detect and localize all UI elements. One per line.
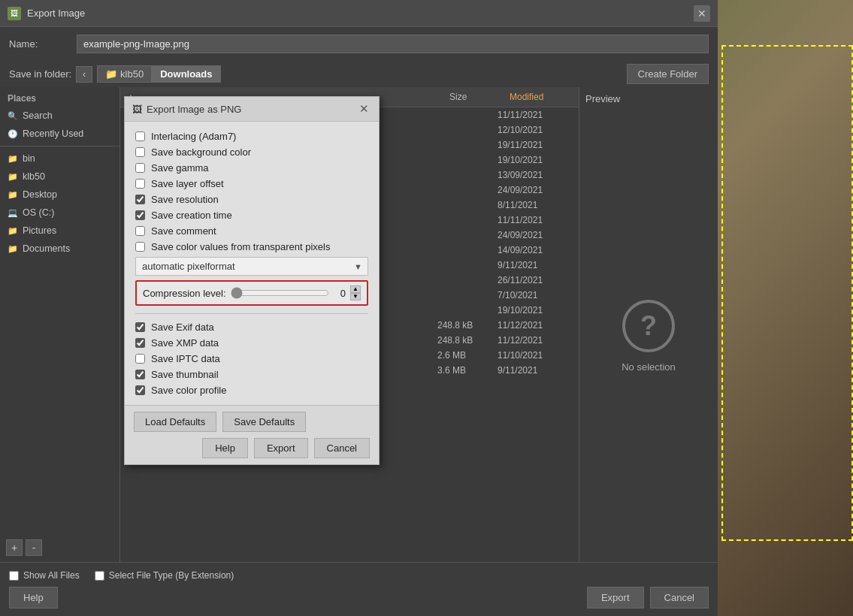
save-iptc-checkbox[interactable] [135,354,145,364]
save-background-color-option[interactable]: Save background color [135,146,368,158]
sidebar-item-pictures[interactable]: 📁 Pictures [0,222,119,240]
sidebar-klb50-label: klb50 [23,171,45,182]
sidebar-recently-used-label: Recently Used [23,128,83,139]
show-all-files-input[interactable] [9,571,19,581]
sidebar-item-klb50[interactable]: 📁 klb50 [0,168,119,186]
pictures-icon: 📁 [8,226,18,236]
pixelformat-dropdown[interactable]: automatic pixelformat [135,257,368,276]
save-color-transparent-label: Save color values from transparent pixel… [151,241,330,252]
save-creation-time-checkbox[interactable] [135,210,145,220]
png-export-button[interactable]: Export [254,438,308,458]
save-thumbnail-label: Save thumbnail [151,369,219,380]
save-creation-time-label: Save creation time [151,210,232,221]
save-resolution-checkbox[interactable] [135,195,145,204]
save-layer-offset-checkbox[interactable] [135,179,145,189]
bottom-checkboxes: Show All Files Select File Type (By Exte… [9,570,709,581]
documents-icon: 📁 [8,244,18,254]
main-help-button[interactable]: Help [9,587,58,608]
compression-label: Compression level: [143,288,226,299]
save-background-color-checkbox[interactable] [135,147,145,157]
show-all-files-checkbox[interactable]: Show All Files [9,570,80,581]
sidebar-search-label: Search [23,110,53,121]
png-title-icon: 🖼 [132,104,142,115]
save-color-transparent-checkbox[interactable] [135,242,145,252]
save-iptc-label: Save IPTC data [151,353,220,364]
folder-nav-back-button[interactable]: ‹ [76,66,92,83]
filename-input[interactable] [77,35,709,53]
sidebar-item-desktop[interactable]: 📁 Desktop [0,186,119,204]
main-dialog-close-button[interactable]: ✕ [694,5,710,22]
main-dialog-titlebar: 🖼 Export Image ✕ [0,0,718,27]
png-dialog-close-button[interactable]: ✕ [356,101,371,116]
compression-slider[interactable] [231,287,329,299]
breadcrumb-klb50[interactable]: 📁klb50 [97,65,152,83]
select-file-type-input[interactable] [95,571,104,581]
png-cancel-button[interactable]: Cancel [314,438,370,458]
save-iptc-option[interactable]: Save IPTC data [135,353,368,364]
save-exif-option[interactable]: Save Exif data [135,322,368,333]
sidebar-item-recently-used[interactable]: 🕐 Recently Used [0,125,119,143]
save-gamma-checkbox[interactable] [135,163,145,173]
select-file-type-checkbox[interactable]: Select File Type (By Extension) [95,570,234,581]
interlacing-option[interactable]: Interlacing (Adam7) [135,131,368,142]
sidebar: Places 🔍 Search 🕐 Recently Used 📁 bin 📁 … [0,87,120,562]
png-dialog-title-text: Export Image as PNG [147,104,241,115]
save-gamma-option[interactable]: Save gamma [135,162,368,174]
load-defaults-button[interactable]: Load Defaults [134,412,216,432]
save-comment-option[interactable]: Save comment [135,225,368,237]
save-defaults-button[interactable]: Save Defaults [222,412,306,432]
save-xmp-label: Save XMP data [151,337,219,349]
sidebar-item-os-c[interactable]: 💻 OS (C:) [0,204,119,222]
sidebar-bottom-buttons: + - [0,533,119,562]
compression-row: Compression level: 0 ▲ ▼ [135,280,368,306]
show-all-files-label: Show All Files [23,570,80,581]
preview-icon-area: ? No selection [622,110,676,562]
column-header-size[interactable]: Size [443,90,504,104]
os-c-icon: 💻 [8,208,18,218]
save-xmp-option[interactable]: Save XMP data [135,337,368,349]
save-gamma-label: Save gamma [151,162,209,174]
column-header-modified[interactable]: Modified [504,90,579,104]
pixelformat-dropdown-wrapper: automatic pixelformat ▼ [135,257,368,276]
sidebar-item-bin[interactable]: 📁 bin [0,149,119,168]
select-file-type-label: Select File Type (By Extension) [109,570,234,581]
dashed-border [721,45,853,541]
save-resolution-option[interactable]: Save resolution [135,194,368,205]
save-color-profile-checkbox[interactable] [135,385,145,395]
sidebar-item-search[interactable]: 🔍 Search [0,107,119,125]
save-layer-offset-option[interactable]: Save layer offset [135,178,368,189]
png-footer-buttons-top: Load Defaults Save Defaults [134,412,370,432]
png-help-button[interactable]: Help [202,438,248,458]
save-color-profile-label: Save color profile [151,385,226,396]
breadcrumb-downloads[interactable]: Downloads [152,65,220,83]
folder-row: Save in folder: ‹ 📁klb50 Downloads Creat… [0,61,718,87]
name-label: Name: [9,38,69,50]
save-exif-checkbox[interactable] [135,322,145,332]
sidebar-divider-1 [0,146,119,146]
sidebar-add-button[interactable]: + [6,539,23,556]
sidebar-item-documents[interactable]: 📁 Documents [0,240,119,258]
save-color-transparent-option[interactable]: Save color values from transparent pixel… [135,241,368,252]
main-cancel-button[interactable]: Cancel [650,587,709,608]
save-comment-label: Save comment [151,225,216,237]
main-export-button[interactable]: Export [587,587,644,608]
save-thumbnail-checkbox[interactable] [135,370,145,379]
sidebar-documents-label: Documents [23,243,70,254]
places-label: Places [0,87,119,107]
name-row: Name: [0,27,718,61]
interlacing-checkbox[interactable] [135,131,145,141]
preview-area: Preview ? No selection [579,87,718,562]
compression-up-button[interactable]: ▲ [350,285,361,293]
save-creation-time-option[interactable]: Save creation time [135,210,368,221]
save-thumbnail-option[interactable]: Save thumbnail [135,369,368,380]
save-resolution-label: Save resolution [151,194,219,205]
save-color-profile-option[interactable]: Save color profile [135,385,368,396]
title-left: 🖼 Export Image [8,7,85,20]
create-folder-button[interactable]: Create Folder [627,64,709,84]
sidebar-remove-button[interactable]: - [26,539,42,556]
compression-down-button[interactable]: ▼ [350,293,361,300]
png-dialog-titlebar: 🖼 Export Image as PNG ✕ [125,97,379,122]
save-xmp-checkbox[interactable] [135,338,145,348]
png-dialog-footer: Load Defaults Save Defaults Help Export … [125,405,379,464]
save-comment-checkbox[interactable] [135,226,145,236]
